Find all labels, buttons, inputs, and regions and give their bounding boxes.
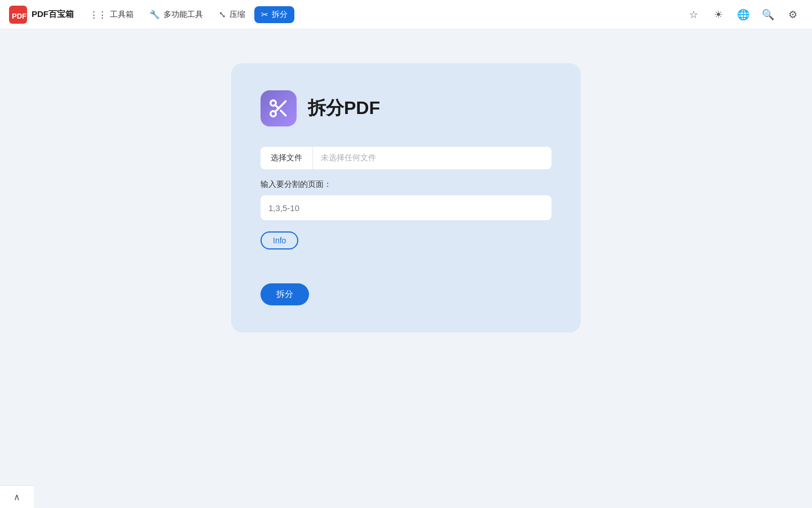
page-range-input[interactable] <box>261 195 551 220</box>
split-button[interactable]: 拆分 <box>261 283 309 305</box>
nav-multi-label: 多功能工具 <box>164 10 203 20</box>
svg-line-6 <box>275 105 279 108</box>
navbar: PDF PDF百宝箱 ⋮⋮ 工具箱 🔧 多功能工具 ⤡ 压缩 ✂ 拆分 ☆ ☀ … <box>0 0 812 29</box>
split-nav-icon: ✂ <box>261 10 268 20</box>
bottom-bar: ∧ <box>0 485 34 508</box>
language-icon: 🌐 <box>737 8 749 21</box>
card-icon-wrapper <box>261 90 297 126</box>
search-button[interactable]: 🔍 <box>758 5 778 25</box>
card-title: 拆分PDF <box>308 96 380 121</box>
search-icon: 🔍 <box>762 8 774 21</box>
settings-icon: ⚙ <box>788 8 797 21</box>
file-row: 选择文件 未选择任何文件 <box>261 147 551 169</box>
svg-line-5 <box>281 111 286 116</box>
file-name-display: 未选择任何文件 <box>312 147 551 169</box>
split-card: 拆分PDF 选择文件 未选择任何文件 输入要分割的页面： Info 拆分 <box>231 63 581 332</box>
nav-tools[interactable]: ⋮⋮ 工具箱 <box>83 6 140 23</box>
language-button[interactable]: 🌐 <box>733 5 753 25</box>
bookmark-button[interactable]: ☆ <box>683 5 704 25</box>
svg-text:PDF: PDF <box>12 12 27 20</box>
theme-icon: ☀ <box>714 8 723 21</box>
info-button[interactable]: Info <box>261 231 298 249</box>
bookmark-icon: ☆ <box>689 8 698 21</box>
chevron-up-icon: ∧ <box>14 492 20 502</box>
nav-tools-label: 工具箱 <box>110 10 134 20</box>
tools-icon: ⋮⋮ <box>90 10 107 20</box>
settings-button[interactable]: ⚙ <box>783 5 803 25</box>
pages-label: 输入要分割的页面： <box>261 179 551 190</box>
nav-compress[interactable]: ⤡ 压缩 <box>212 6 252 23</box>
nav-multi[interactable]: 🔧 多功能工具 <box>143 6 210 23</box>
multi-icon: 🔧 <box>149 10 160 20</box>
app-logo[interactable]: PDF PDF百宝箱 <box>9 6 74 24</box>
card-header: 拆分PDF <box>261 90 551 126</box>
nav-split[interactable]: ✂ 拆分 <box>254 6 294 23</box>
file-placeholder: 未选择任何文件 <box>321 153 376 163</box>
nav-compress-label: 压缩 <box>230 10 245 20</box>
main-content: 拆分PDF 选择文件 未选择任何文件 输入要分割的页面： Info 拆分 <box>0 29 812 508</box>
compress-icon: ⤡ <box>219 10 226 20</box>
app-name: PDF百宝箱 <box>32 9 74 20</box>
navbar-right: ☆ ☀ 🌐 🔍 ⚙ <box>683 5 803 25</box>
nav-split-label: 拆分 <box>272 10 288 20</box>
scissors-icon <box>268 98 289 119</box>
theme-button[interactable]: ☀ <box>708 5 729 25</box>
choose-file-button[interactable]: 选择文件 <box>261 147 312 169</box>
pdf-logo-icon: PDF <box>9 6 27 24</box>
